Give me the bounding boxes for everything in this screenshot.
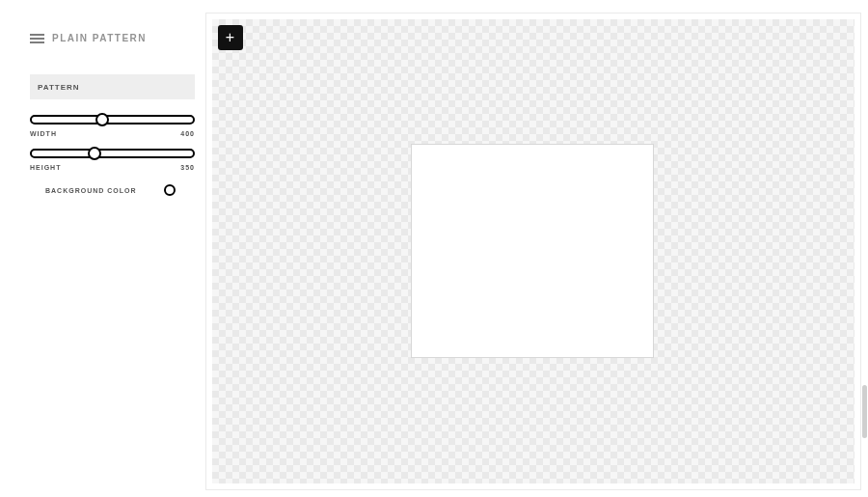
width-slider[interactable]: [30, 115, 195, 124]
width-value: 400: [180, 130, 195, 137]
background-color-label: BACKGROUND COLOR: [45, 187, 137, 194]
height-labels: HEIGHT 350: [30, 164, 195, 171]
menu-icon[interactable]: [30, 31, 44, 45]
app-title: PLAIN PATTERN: [52, 33, 147, 43]
height-slider[interactable]: [30, 149, 195, 158]
plus-icon: +: [226, 29, 235, 46]
artboard[interactable]: [411, 144, 654, 358]
vertical-scrollbar[interactable]: [862, 385, 867, 438]
background-color-swatch[interactable]: [164, 184, 176, 196]
section-header-pattern[interactable]: PATTERN: [30, 74, 195, 99]
canvas-inner: +: [205, 13, 861, 490]
width-labels: WIDTH 400: [30, 130, 195, 137]
width-slider-block: WIDTH 400: [30, 115, 195, 137]
background-color-row: BACKGROUND COLOR: [45, 184, 176, 196]
section-header-label: PATTERN: [38, 83, 80, 92]
height-value: 350: [180, 164, 195, 171]
width-slider-thumb[interactable]: [95, 113, 109, 126]
width-label: WIDTH: [30, 130, 57, 137]
height-label: HEIGHT: [30, 164, 61, 171]
sliders-container: WIDTH 400 HEIGHT 350 BACKGROUND COLOR: [30, 115, 195, 196]
brand: PLAIN PATTERN: [30, 31, 191, 45]
height-slider-thumb[interactable]: [88, 147, 101, 160]
canvas-area: +: [205, 0, 868, 497]
add-button[interactable]: +: [218, 25, 243, 50]
height-slider-block: HEIGHT 350: [30, 149, 195, 171]
sidebar: PLAIN PATTERN PATTERN WIDTH 400 HEIGHT 3…: [0, 0, 205, 497]
